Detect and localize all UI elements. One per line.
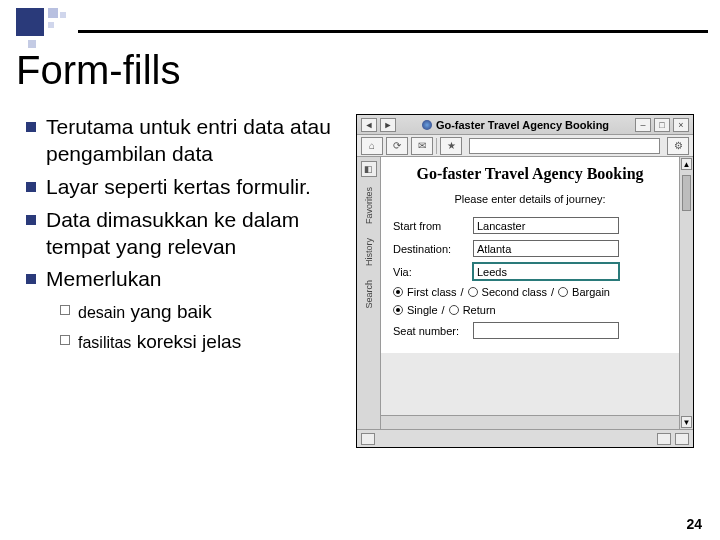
globe-icon [422,120,432,130]
forward-button[interactable]: ► [380,118,396,132]
page-prompt: Please enter details of journey: [393,193,667,205]
window-title: Go-faster Travel Agency Booking [400,119,631,131]
label-first-class: First class [407,286,457,298]
zone-icon [675,433,689,445]
horizontal-scrollbar[interactable] [381,415,679,429]
label-destination: Destination: [393,243,467,255]
separator: / [551,286,554,298]
bullet-square-icon [26,215,36,225]
bullet-column: Terutama untuk entri data atau pengambil… [26,114,346,510]
label-return: Return [463,304,496,316]
bullet-outline-square-icon [60,305,70,315]
toolbar: ⌂ ⟳ ✉ ★ ⚙ [357,135,693,157]
bullet-square-icon [26,122,36,132]
input-seat-number[interactable] [473,322,619,339]
input-start-from[interactable] [473,217,619,234]
sublist-text: desain yang baik [78,299,212,325]
toolbar-button[interactable]: ⟳ [386,137,408,155]
separator: / [461,286,464,298]
browser-window: ◄ ► Go-faster Travel Agency Booking – □ … [356,114,694,448]
scroll-up-icon[interactable]: ▲ [681,158,692,170]
input-via[interactable] [473,263,619,280]
label-second-class: Second class [482,286,547,298]
title-rule [78,30,708,33]
bullet-square-icon [26,274,36,284]
separator: / [442,304,445,316]
scroll-down-icon[interactable]: ▼ [681,416,692,428]
vertical-scrollbar[interactable]: ▲ ▼ [679,157,693,429]
slide-title: Form-fills [16,48,180,93]
toolbar-button[interactable]: ⚙ [667,137,689,155]
radio-single[interactable] [393,305,403,315]
bullet-text: Terutama untuk entri data atau pengambil… [46,114,346,168]
label-start-from: Start from [393,220,467,232]
status-bar [357,429,693,447]
zone-icon [657,433,671,445]
class-radio-group: First class / Second class / Bargain [393,286,667,298]
toolbar-separator [436,138,437,154]
form-row-seat-number: Seat number: [393,322,667,339]
list-item: Layar seperti kertas formulir. [26,174,346,201]
form-row-via: Via: [393,263,667,280]
browser-sidebar: ◧ Favorites History Search [357,157,381,429]
maximize-button[interactable]: □ [654,118,670,132]
address-bar[interactable] [469,138,660,154]
toolbar-button[interactable]: ✉ [411,137,433,155]
scroll-thumb[interactable] [682,175,691,211]
radio-return[interactable] [449,305,459,315]
bullet-outline-square-icon [60,335,70,345]
trip-radio-group: Single / Return [393,304,667,316]
toolbar-button[interactable]: ★ [440,137,462,155]
input-destination[interactable] [473,240,619,257]
bullet-text: Memerlukan [46,266,162,293]
bullet-text: Data dimasukkan ke dalam tempat yang rel… [46,207,346,261]
radio-second-class[interactable] [468,287,478,297]
label-seat-number: Seat number: [393,325,467,337]
list-item: Memerlukan [26,266,346,293]
sidebar-tab-favorites[interactable]: Favorites [364,183,374,228]
sublist-item: fasilitas koreksi jelas [60,329,346,355]
close-button[interactable]: × [673,118,689,132]
bullet-text: Layar seperti kertas formulir. [46,174,311,201]
window-titlebar: ◄ ► Go-faster Travel Agency Booking – □ … [357,115,693,135]
page-content: Go-faster Travel Agency Booking Please e… [381,157,679,353]
list-item: Terutama untuk entri data atau pengambil… [26,114,346,168]
toolbar-button[interactable]: ⌂ [361,137,383,155]
radio-first-class[interactable] [393,287,403,297]
label-via: Via: [393,266,467,278]
label-single: Single [407,304,438,316]
page-heading: Go-faster Travel Agency Booking [393,165,667,183]
slide-corner-decoration [16,8,72,52]
channels-icon[interactable]: ◧ [361,161,377,177]
radio-bargain[interactable] [558,287,568,297]
sublist-text: fasilitas koreksi jelas [78,329,241,355]
sidebar-tab-history[interactable]: History [364,234,374,270]
bullet-square-icon [26,182,36,192]
form-row-start-from: Start from [393,217,667,234]
minimize-button[interactable]: – [635,118,651,132]
back-button[interactable]: ◄ [361,118,377,132]
page-number: 24 [686,516,702,532]
window-title-text: Go-faster Travel Agency Booking [436,119,609,131]
list-item: Data dimasukkan ke dalam tempat yang rel… [26,207,346,261]
status-icon [361,433,375,445]
label-bargain: Bargain [572,286,610,298]
form-row-destination: Destination: [393,240,667,257]
sidebar-tab-search[interactable]: Search [364,276,374,313]
sublist-item: desain yang baik [60,299,346,325]
